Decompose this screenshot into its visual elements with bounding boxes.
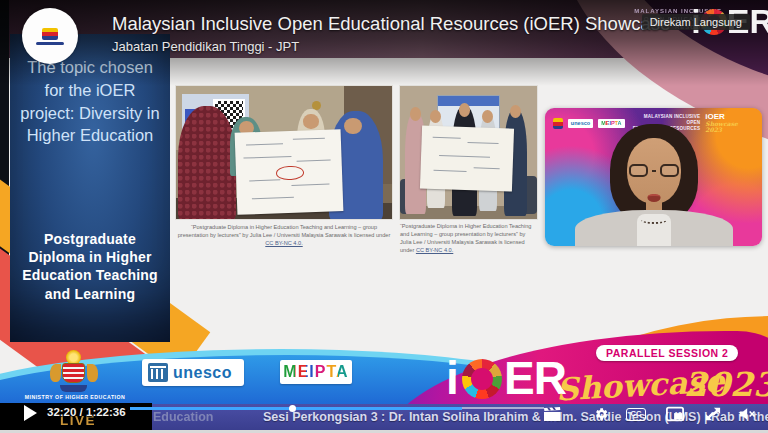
mohe-label: MINISTRY OF HIGHER EDUCATION (14, 394, 136, 400)
ioer-logo-i: i (446, 355, 459, 401)
photo1-person-maroon-hijab (178, 106, 236, 219)
photo1-caption-text: “Postgraduate Diploma in Higher Educatio… (178, 224, 391, 238)
meipta-logo-text: MEIPTA (601, 120, 621, 126)
webcam-ioer-logo: iOERShowcase 2023 (705, 113, 756, 133)
ticker-previous-text: Education (153, 410, 213, 424)
poster-scribble (467, 142, 498, 144)
poster-scribble (297, 159, 331, 161)
meipta-logo-box: MEIPTA (280, 360, 352, 384)
crest-tiger-left (50, 364, 61, 382)
glasses-lens (660, 164, 679, 177)
miniplayer-icon[interactable] (666, 406, 684, 422)
channel-avatar[interactable] (22, 8, 78, 64)
speaker-necklace (641, 216, 667, 224)
photo-group-presentation-1 (176, 86, 392, 219)
progress-bar[interactable] (130, 407, 462, 410)
time-display: 32:20 / 1:22:36 (47, 406, 126, 418)
photo2-caption: “Postgraduate Diploma in Higher Educatio… (400, 222, 538, 254)
unesco-logo-box: unesco (142, 359, 244, 386)
crest-tiger-right (87, 364, 98, 382)
recorded-live-badge: Direkam Langsung (642, 14, 750, 30)
photo1-face (344, 118, 361, 134)
photo2-face (459, 103, 470, 116)
slide-program-text: Postgraduate Diploma in Higher Education… (18, 230, 162, 303)
volume-muted-icon[interactable] (739, 406, 757, 422)
poster-scribble (292, 184, 330, 186)
glasses-lens (629, 164, 648, 177)
meipta-logo: MEIPTA (598, 119, 624, 128)
speaker-blazer (575, 210, 733, 246)
photo2-face (510, 105, 521, 118)
crest-base (60, 385, 87, 392)
speaker-webcam: unesco MEIPTA MALAYSIAN INCLUSIVE OPEN E… (545, 108, 762, 246)
crest-shield (62, 363, 85, 383)
settings-gear-icon[interactable] (592, 406, 610, 422)
ioer-logo-wheel-hole (471, 368, 493, 390)
poster-scribble (433, 170, 466, 172)
unesco-logo: unesco (568, 119, 593, 128)
mohe-crest-logo (50, 350, 98, 392)
fullscreen-icon[interactable] (704, 406, 722, 422)
parallel-session-badge: PARALLEL SESSION 2 (596, 345, 738, 361)
photo2-mindmap-poster (419, 126, 513, 192)
ioer-logo-wheel-icon (462, 359, 502, 399)
mohe-crest-icon (553, 118, 563, 129)
progress-buffer (462, 407, 544, 409)
poster-scribble (473, 167, 499, 169)
clapperboard-icon[interactable] (543, 406, 561, 422)
webcam-ioer-logo-sub: Showcase 2023 (705, 121, 756, 133)
poster-scribble (439, 155, 489, 158)
photo2-face (410, 107, 421, 120)
photo1-flipchart-poster (235, 129, 344, 215)
glasses-bridge (652, 170, 656, 172)
avatar-crest-icon (42, 28, 58, 40)
avatar-text-line (36, 42, 64, 45)
poster-scribble (432, 137, 460, 139)
photo-group-presentation-2 (400, 86, 537, 219)
play-button[interactable] (24, 405, 37, 421)
ioer-logo-year: 2023 (684, 365, 768, 404)
video-title-link[interactable]: Malaysian Inclusive Open Educational Res… (112, 13, 672, 35)
poster-scribble (244, 156, 292, 159)
speaker-glasses (629, 164, 679, 177)
poster-scribble (246, 143, 283, 145)
speaker-mouth (647, 194, 660, 202)
video-player: The topic chosen for the iOER project: D… (0, 0, 768, 433)
unesco-temple-icon (148, 363, 168, 382)
poster-scribble (252, 197, 294, 199)
poster-scribble (294, 138, 326, 140)
poster-red-circle (276, 165, 304, 181)
poster-scribble (249, 179, 281, 181)
photo1-face (303, 114, 318, 129)
ticker-session-text: Sesi Perkongsian 3 : Dr. Intan Soliha Ib… (263, 410, 768, 424)
photo1-license-link[interactable]: CC BY-NC 4.0. (265, 240, 302, 246)
meipta-logo-text: MEIPTA (283, 363, 348, 381)
closed-captions-icon[interactable]: CC (626, 408, 646, 421)
photo1-caption: “Postgraduate Diploma in Higher Educatio… (176, 223, 392, 247)
channel-name[interactable]: Jabatan Pendidikan Tinggi - JPT (112, 39, 299, 54)
unesco-logo-text: unesco (173, 364, 232, 382)
photo2-license-link[interactable]: CC BY-NC 4.0. (416, 247, 453, 253)
progress-playhead[interactable] (289, 405, 296, 412)
